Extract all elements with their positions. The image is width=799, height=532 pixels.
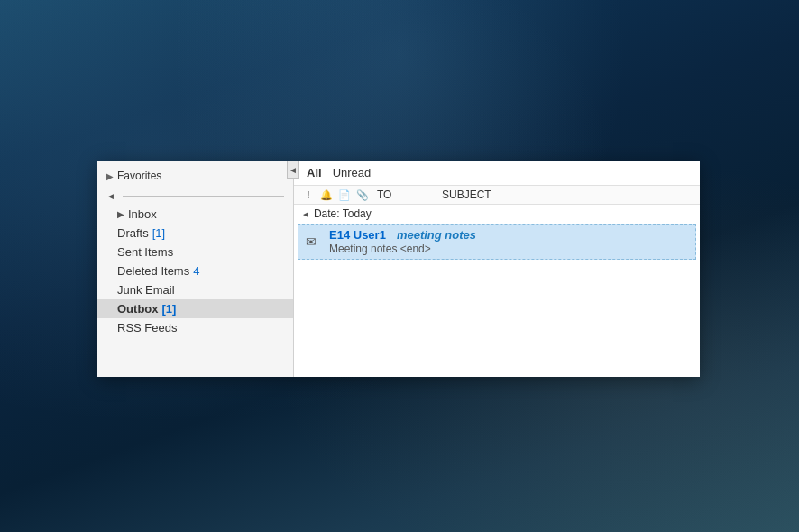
sidebar-item-label: Junk Email (117, 283, 175, 297)
sidebar-favorites[interactable]: ▶ Favorites (97, 164, 293, 188)
sidebar-item-outbox[interactable]: Outbox [1] (97, 299, 293, 318)
sidebar-item-inbox[interactable]: ▶ Inbox (97, 205, 293, 224)
sidebar-item-label: Deleted Items (117, 264, 189, 278)
attachment-type-icon: 📄 (337, 189, 352, 201)
sidebar-item-drafts[interactable]: Drafts [1] (97, 224, 293, 243)
subject-column-header: SUBJECT (442, 188, 693, 201)
tab-all[interactable]: All (305, 166, 324, 181)
sidebar-account-section: ◄ (97, 188, 293, 205)
tab-bar: All Unread (294, 161, 700, 186)
sidebar-item-label: Sent Items (117, 245, 173, 259)
favorites-arrow-icon: ▶ (106, 171, 114, 181)
deleted-items-badge: 4 (193, 264, 199, 278)
email-subject: meeting notes (397, 228, 476, 242)
email-row[interactable]: ✉ E14 User1 meeting notes Meeting notes … (298, 224, 696, 260)
sidebar-item-label: Outbox (117, 302, 159, 316)
favorites-label: Favorites (117, 170, 161, 182)
sidebar-item-junk-email[interactable]: Junk Email (97, 280, 293, 299)
importance-icon: ! (301, 189, 316, 200)
email-sender: E14 User1 (329, 228, 386, 242)
sidebar-collapse-button[interactable]: ◄ (287, 161, 299, 179)
sidebar-item-label: Inbox (128, 207, 157, 221)
account-arrow-icon: ◄ (106, 191, 115, 201)
drafts-badge: [1] (152, 226, 165, 240)
sidebar-item-deleted-items[interactable]: Deleted Items 4 (97, 261, 293, 280)
main-window: ▶ Favorites ◄ ▶ Inbox Drafts [1] Sent It… (97, 161, 700, 377)
sidebar-item-rss-feeds[interactable]: RSS Feeds (97, 318, 293, 337)
tab-unread[interactable]: Unread (331, 166, 373, 181)
inbox-arrow-icon: ▶ (117, 209, 124, 219)
sidebar-item-label: Drafts (117, 226, 149, 240)
sidebar: ▶ Favorites ◄ ▶ Inbox Drafts [1] Sent It… (97, 161, 294, 377)
collapse-arrow-icon: ◄ (289, 165, 298, 175)
date-group-label: Date: Today (314, 207, 372, 220)
sidebar-item-sent-items[interactable]: Sent Items (97, 243, 293, 261)
date-group-arrow-icon: ◄ (301, 209, 310, 219)
email-top-line: E14 User1 meeting notes (329, 228, 688, 242)
reminder-icon: 🔔 (319, 189, 334, 201)
paperclip-icon: 📎 (355, 189, 370, 201)
date-group-today: ◄ Date: Today (294, 205, 700, 223)
content-pane: All Unread ! 🔔 📄 📎 TO SUBJECT ◄ Date: To… (294, 161, 700, 377)
to-column-header: TO (377, 188, 431, 201)
email-preview: Meeting notes <end> (329, 243, 688, 255)
sidebar-item-label: RSS Feeds (117, 321, 177, 335)
account-divider (123, 196, 284, 197)
email-content: E14 User1 meeting notes Meeting notes <e… (329, 228, 688, 255)
column-headers: ! 🔔 📄 📎 TO SUBJECT (294, 186, 700, 205)
outbox-badge: [1] (162, 302, 177, 316)
email-icon: ✉ (306, 234, 324, 249)
